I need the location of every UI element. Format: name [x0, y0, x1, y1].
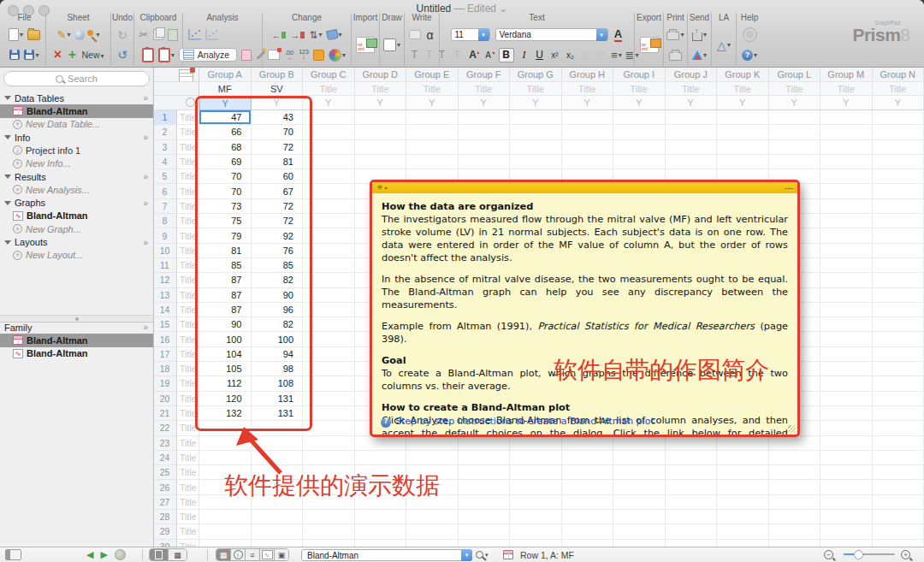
- data-cell[interactable]: [769, 155, 821, 169]
- row-number[interactable]: 5: [153, 169, 177, 184]
- save-as-icon[interactable]: [24, 49, 38, 62]
- column-title-sv[interactable]: SV: [252, 82, 304, 96]
- row-number[interactable]: 25: [153, 465, 177, 480]
- subcolumn-header-y[interactable]: Y: [820, 96, 873, 110]
- row-title[interactable]: Title: [177, 436, 199, 451]
- align-text-icon[interactable]: [612, 49, 622, 62]
- row-number[interactable]: 21: [153, 406, 177, 421]
- data-cell[interactable]: [613, 140, 666, 155]
- data-cell[interactable]: [717, 155, 769, 169]
- data-cell[interactable]: [873, 317, 924, 332]
- column-header-group-n[interactable]: Group N: [873, 67, 924, 82]
- data-cell[interactable]: [769, 510, 821, 524]
- row-number[interactable]: 26: [153, 480, 177, 494]
- data-cell[interactable]: [873, 228, 924, 243]
- data-cell[interactable]: [613, 155, 666, 169]
- data-cell[interactable]: [355, 510, 407, 524]
- disclosure-triangle-icon[interactable]: [4, 96, 11, 100]
- sidebar-item-new-layout[interactable]: New Layout...: [0, 249, 153, 263]
- forward-icon[interactable]: ▶: [100, 550, 107, 559]
- data-cell[interactable]: [613, 110, 666, 125]
- note-help-link[interactable]: Step by step instructions to create a Bl…: [381, 416, 654, 429]
- data-cell[interactable]: [820, 303, 873, 317]
- row-title-options-icon[interactable]: [186, 98, 195, 107]
- data-cell[interactable]: [717, 110, 769, 125]
- data-cell[interactable]: [717, 451, 769, 465]
- data-cell[interactable]: [820, 451, 873, 465]
- cut-icon[interactable]: [139, 28, 149, 41]
- lowercase-icon[interactable]: [453, 49, 463, 62]
- data-cell[interactable]: [459, 510, 511, 524]
- data-cell[interactable]: [459, 125, 511, 139]
- data-cell[interactable]: [717, 465, 769, 480]
- new-sheet-icon[interactable]: [9, 28, 23, 41]
- row-number[interactable]: 27: [153, 495, 177, 510]
- row-number[interactable]: 2: [153, 125, 177, 139]
- data-cell[interactable]: [769, 436, 821, 451]
- row-number[interactable]: 20: [153, 392, 177, 406]
- data-cell[interactable]: [820, 155, 873, 169]
- data-cell[interactable]: [820, 184, 873, 198]
- data-cell[interactable]: [873, 125, 924, 139]
- info-view-button[interactable]: [231, 549, 246, 560]
- row-number[interactable]: 28: [153, 510, 177, 524]
- data-cell[interactable]: [717, 125, 769, 139]
- data-cell[interactable]: [873, 362, 924, 376]
- data-cell[interactable]: [873, 273, 924, 287]
- data-cell[interactable]: [873, 214, 924, 228]
- data-cell[interactable]: [562, 510, 614, 524]
- row-number[interactable]: 3: [153, 140, 177, 155]
- row-number[interactable]: 16: [153, 332, 177, 346]
- disclosure-triangle-icon[interactable]: [4, 135, 11, 139]
- sidebar-item-bland-altman[interactable]: Bland-Altman: [0, 334, 153, 347]
- data-cell[interactable]: [873, 480, 924, 494]
- data-cell[interactable]: [510, 524, 562, 539]
- single-page-view-button[interactable]: [150, 549, 169, 560]
- column-header-group-a[interactable]: Group A: [199, 67, 252, 82]
- data-cell[interactable]: [717, 480, 769, 494]
- data-cell[interactable]: [820, 273, 873, 287]
- analyze-button[interactable]: Analyze: [179, 48, 237, 62]
- data-cell[interactable]: [613, 495, 666, 510]
- line-spacing-icon[interactable]: [627, 49, 637, 62]
- column-header-group-i[interactable]: Group I: [613, 67, 666, 82]
- zoom-slider[interactable]: [844, 547, 895, 562]
- data-cell[interactable]: [873, 421, 924, 435]
- data-cell[interactable]: [355, 155, 407, 169]
- column-header-group-h[interactable]: Group H: [562, 67, 614, 82]
- data-cell[interactable]: [613, 436, 666, 451]
- data-cell[interactable]: [562, 125, 614, 139]
- data-cell[interactable]: [873, 376, 924, 391]
- zoom-in-icon[interactable]: +: [901, 550, 910, 559]
- data-cell[interactable]: [252, 524, 304, 539]
- data-cell[interactable]: [613, 480, 666, 494]
- data-cell[interactable]: [666, 480, 718, 494]
- italic-icon[interactable]: [519, 49, 530, 62]
- data-cell[interactable]: [820, 228, 873, 243]
- data-cell[interactable]: [406, 436, 459, 451]
- data-cell[interactable]: [873, 288, 924, 303]
- row-number[interactable]: 4: [153, 155, 177, 169]
- row-number[interactable]: 7: [153, 199, 177, 214]
- data-cell[interactable]: [355, 125, 407, 139]
- data-cell[interactable]: [769, 140, 821, 155]
- column-header-group-b[interactable]: Group B: [252, 67, 304, 82]
- column-title-placeholder[interactable]: Title: [613, 82, 666, 96]
- data-cell[interactable]: [355, 436, 407, 451]
- data-cell[interactable]: [717, 140, 769, 155]
- new-button[interactable]: New: [81, 50, 104, 60]
- expand-chevrons-icon[interactable]: »: [143, 133, 148, 142]
- data-cell[interactable]: [820, 436, 873, 451]
- sidebar-item-new-data-table[interactable]: New Data Table...: [0, 118, 153, 132]
- subcolumn-header-y[interactable]: Y: [873, 96, 924, 110]
- row-title[interactable]: Title: [177, 524, 199, 539]
- data-cell[interactable]: [873, 332, 924, 346]
- sidebar-item-project-info-1[interactable]: Project info 1: [0, 144, 153, 157]
- subcolumn-header-y[interactable]: Y: [666, 96, 718, 110]
- row-title[interactable]: Title: [177, 451, 199, 465]
- data-cell[interactable]: [820, 199, 873, 214]
- data-cell[interactable]: [717, 495, 769, 510]
- lab-archive-icon[interactable]: [717, 38, 731, 51]
- draw-shape-icon[interactable]: [383, 38, 400, 51]
- subcolumn-header-y[interactable]: Y: [613, 96, 666, 110]
